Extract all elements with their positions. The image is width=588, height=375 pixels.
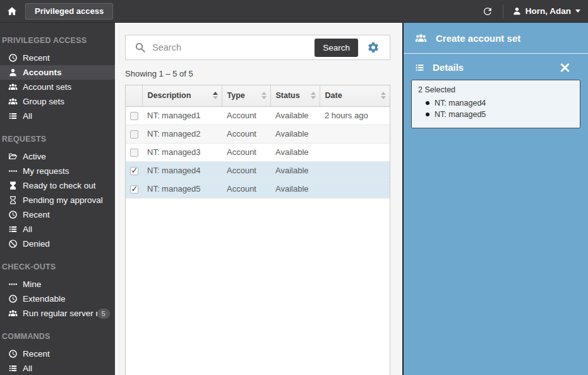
table-row[interactable]: NT: managed3 Account Available bbox=[126, 143, 390, 161]
sidebar: PRIVILEGED ACCESS Recent Accounts Accoun… bbox=[0, 23, 115, 375]
selected-item: NT: managed4 bbox=[426, 97, 573, 109]
column-header-description[interactable]: Description bbox=[142, 85, 222, 106]
table-row[interactable]: NT: managed4 Account Available bbox=[126, 161, 390, 180]
cell-type: Account bbox=[222, 143, 270, 161]
sidebar-item-pending-my-approval[interactable]: Pending my approval bbox=[0, 193, 115, 207]
section-title-commands: COMMANDS bbox=[0, 321, 115, 347]
cell-description: NT: managed5 bbox=[142, 180, 222, 198]
sidebar-item-label: Group sets bbox=[23, 97, 64, 106]
sidebar-item-recent-commands[interactable]: Recent bbox=[0, 347, 115, 361]
users-icon bbox=[8, 97, 18, 106]
sort-icon bbox=[259, 92, 267, 99]
chevron-down-icon bbox=[575, 9, 580, 13]
sidebar-item-ready-to-check-out[interactable]: Ready to check out bbox=[0, 178, 115, 193]
cell-date bbox=[320, 125, 390, 143]
cell-type: Account bbox=[222, 125, 270, 143]
users-icon bbox=[8, 309, 18, 318]
search-button[interactable]: Search bbox=[315, 39, 358, 57]
privileged-access-button[interactable]: Privileged access bbox=[25, 3, 113, 20]
gear-icon[interactable] bbox=[367, 41, 380, 54]
sidebar-item-all-requests[interactable]: All bbox=[0, 222, 115, 237]
sidebar-item-label: Pending my approval bbox=[23, 195, 103, 205]
column-label: Description bbox=[148, 91, 191, 100]
clock-icon bbox=[8, 210, 18, 219]
clock-icon bbox=[8, 53, 18, 63]
results-summary: Showing 1 – 5 of 5 bbox=[125, 69, 390, 78]
search-icon bbox=[135, 42, 146, 53]
sidebar-item-account-sets[interactable]: Account sets bbox=[0, 80, 115, 94]
row-checkbox[interactable] bbox=[130, 112, 138, 120]
sidebar-item-denied[interactable]: Denied bbox=[0, 237, 115, 251]
hourglass-outline-icon bbox=[8, 195, 18, 205]
sidebar-item-recent[interactable]: Recent bbox=[0, 51, 115, 65]
sidebar-item-label: Accounts bbox=[23, 68, 62, 77]
cell-description: NT: managed1 bbox=[142, 106, 222, 125]
row-checkbox[interactable] bbox=[130, 149, 138, 157]
details-title: Details bbox=[433, 62, 464, 73]
sidebar-item-label: Mine bbox=[23, 280, 41, 289]
accounts-grid: Description Type Statu bbox=[125, 85, 390, 375]
count-badge: 5 bbox=[97, 309, 110, 319]
refresh-icon[interactable] bbox=[481, 6, 494, 17]
sidebar-item-group-sets[interactable]: Group sets bbox=[0, 94, 115, 109]
sidebar-item-label: Recent bbox=[23, 210, 50, 219]
sidebar-item-label: My requests bbox=[23, 166, 69, 176]
cell-description: NT: managed4 bbox=[142, 161, 222, 180]
sidebar-item-all-commands[interactable]: All bbox=[0, 361, 115, 375]
create-account-set-button[interactable]: Create account set bbox=[404, 23, 588, 54]
details-header: Details bbox=[404, 54, 588, 79]
column-header-date[interactable]: Date bbox=[320, 85, 390, 106]
column-label: Date bbox=[325, 91, 342, 100]
sidebar-item-my-requests[interactable]: My requests bbox=[0, 164, 115, 178]
sidebar-item-all-privileged[interactable]: All bbox=[0, 109, 115, 123]
sidebar-item-recent-requests[interactable]: Recent bbox=[0, 207, 115, 222]
sort-ascending-icon bbox=[210, 92, 218, 99]
sidebar-item-label: All bbox=[23, 224, 32, 234]
person-icon bbox=[8, 68, 18, 77]
cell-status: Available bbox=[270, 143, 320, 161]
user-menu[interactable]: Horn, Adan bbox=[512, 6, 580, 16]
search-bar: Search bbox=[125, 35, 390, 60]
table-row[interactable]: NT: managed1 Account Available 2 hours a… bbox=[126, 106, 390, 125]
clock-icon bbox=[8, 349, 18, 359]
sidebar-item-extendable[interactable]: Extendable bbox=[0, 292, 115, 306]
cell-type: Account bbox=[222, 161, 270, 180]
column-header-status[interactable]: Status bbox=[270, 85, 320, 106]
top-bar: Privileged access Horn, Adan bbox=[0, 0, 588, 23]
sidebar-item-label: Ready to check out bbox=[23, 181, 96, 190]
sort-icon bbox=[308, 92, 316, 99]
sidebar-item-label: Recent bbox=[23, 53, 50, 63]
home-button[interactable] bbox=[0, 0, 24, 23]
ban-icon bbox=[8, 239, 18, 249]
sidebar-item-active[interactable]: Active bbox=[0, 149, 115, 164]
home-icon bbox=[6, 6, 18, 17]
user-name: Horn, Adan bbox=[525, 6, 571, 16]
sidebar-item-mine[interactable]: Mine bbox=[0, 277, 115, 292]
sidebar-item-run-regular-server[interactable]: Run regular server n 5 bbox=[0, 306, 115, 321]
row-checkbox[interactable] bbox=[130, 130, 138, 138]
create-account-set-label: Create account set bbox=[436, 33, 520, 44]
list-icon bbox=[8, 364, 18, 373]
row-checkbox[interactable] bbox=[130, 167, 138, 175]
column-label: Type bbox=[227, 91, 245, 100]
search-input[interactable] bbox=[152, 42, 315, 52]
sidebar-item-label: All bbox=[23, 364, 32, 373]
dots-icon bbox=[8, 166, 18, 176]
close-icon[interactable] bbox=[559, 63, 571, 73]
sidebar-item-accounts[interactable]: Accounts bbox=[0, 65, 115, 80]
cell-date bbox=[320, 180, 390, 198]
selected-count: 2 Selected bbox=[418, 85, 573, 94]
row-checkbox[interactable] bbox=[130, 185, 138, 194]
column-label: Status bbox=[276, 91, 300, 100]
clock-icon bbox=[8, 294, 18, 304]
cell-description: NT: managed3 bbox=[142, 143, 222, 161]
column-header-type[interactable]: Type bbox=[222, 85, 270, 106]
table-row[interactable]: NT: managed2 Account Available bbox=[126, 125, 390, 143]
cell-date: 2 hours ago bbox=[320, 106, 390, 125]
selected-item: NT: managed5 bbox=[426, 109, 573, 120]
table-row[interactable]: NT: managed5 Account Available bbox=[126, 180, 390, 198]
list-icon bbox=[414, 63, 426, 73]
folder-open-icon bbox=[8, 152, 18, 161]
column-header-checkbox bbox=[126, 85, 142, 106]
users-icon bbox=[8, 82, 18, 92]
